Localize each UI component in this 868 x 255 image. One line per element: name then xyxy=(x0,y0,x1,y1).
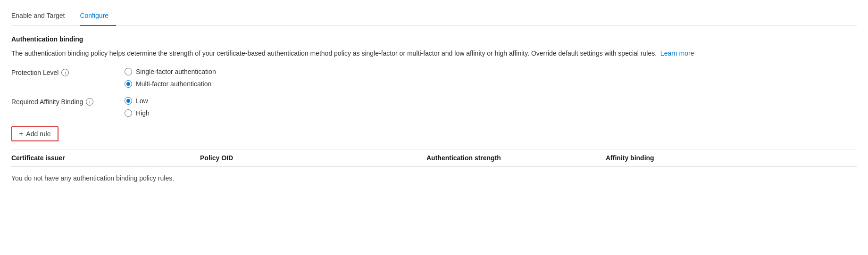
protection-level-label: Protection Level i xyxy=(11,68,125,76)
add-rule-label: Add rule xyxy=(26,130,50,138)
table-empty-message: You do not have any authentication bindi… xyxy=(11,167,857,189)
affinity-binding-info-icon[interactable]: i xyxy=(86,98,93,106)
radio-single-factor[interactable]: Single-factor authentication xyxy=(125,68,216,75)
section-description: The authentication binding policy helps … xyxy=(11,49,766,58)
section-title: Authentication binding xyxy=(11,35,857,43)
col-header-certificate-issuer: Certificate issuer xyxy=(11,154,200,162)
col-header-auth-strength: Authentication strength xyxy=(426,154,606,162)
protection-level-radio-group: Single-factor authentication Multi-facto… xyxy=(125,68,216,88)
col-header-policy-oid: Policy OID xyxy=(200,154,426,162)
page-container: Enable and Target Configure Authenticati… xyxy=(0,0,868,255)
plus-icon: + xyxy=(19,130,23,138)
table-header: Certificate issuer Policy OID Authentica… xyxy=(11,149,857,167)
radio-high-label: High xyxy=(136,109,150,117)
affinity-binding-row: Required Affinity Binding i Low High xyxy=(11,97,857,117)
radio-low-label: Low xyxy=(136,97,148,105)
learn-more-link[interactable]: Learn more xyxy=(660,49,694,57)
affinity-binding-radio-group: Low High xyxy=(125,97,150,117)
tab-enable-target[interactable]: Enable and Target xyxy=(11,8,72,26)
add-rule-button[interactable]: + Add rule xyxy=(11,126,58,141)
radio-single-factor-input[interactable] xyxy=(125,68,132,75)
radio-high[interactable]: High xyxy=(125,109,150,117)
affinity-binding-label: Required Affinity Binding i xyxy=(11,97,125,106)
tab-configure[interactable]: Configure xyxy=(80,8,116,26)
radio-single-factor-label: Single-factor authentication xyxy=(136,68,216,75)
protection-level-info-icon[interactable]: i xyxy=(61,69,69,76)
radio-low-input[interactable] xyxy=(125,97,132,105)
rules-table: Certificate issuer Policy OID Authentica… xyxy=(11,149,857,189)
radio-multi-factor[interactable]: Multi-factor authentication xyxy=(125,80,216,88)
protection-level-row: Protection Level i Single-factor authent… xyxy=(11,68,857,88)
col-header-affinity-binding: Affinity binding xyxy=(606,154,857,162)
radio-multi-factor-label: Multi-factor authentication xyxy=(136,80,211,88)
radio-low[interactable]: Low xyxy=(125,97,150,105)
radio-high-input[interactable] xyxy=(125,109,132,117)
tabs-bar: Enable and Target Configure xyxy=(11,8,857,26)
radio-multi-factor-input[interactable] xyxy=(125,80,132,88)
